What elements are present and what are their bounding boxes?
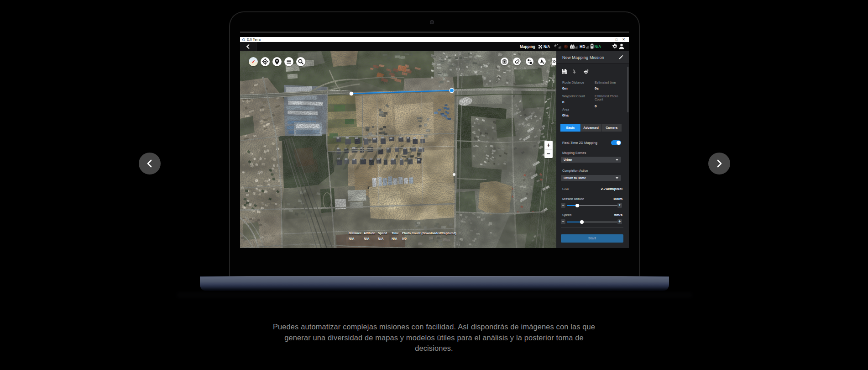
svg-text:HD: HD [580, 44, 585, 49]
svg-text:N/A: N/A [544, 45, 550, 49]
svg-text:Mapping: Mapping [520, 45, 535, 49]
svg-text:N/A: N/A [595, 44, 601, 49]
